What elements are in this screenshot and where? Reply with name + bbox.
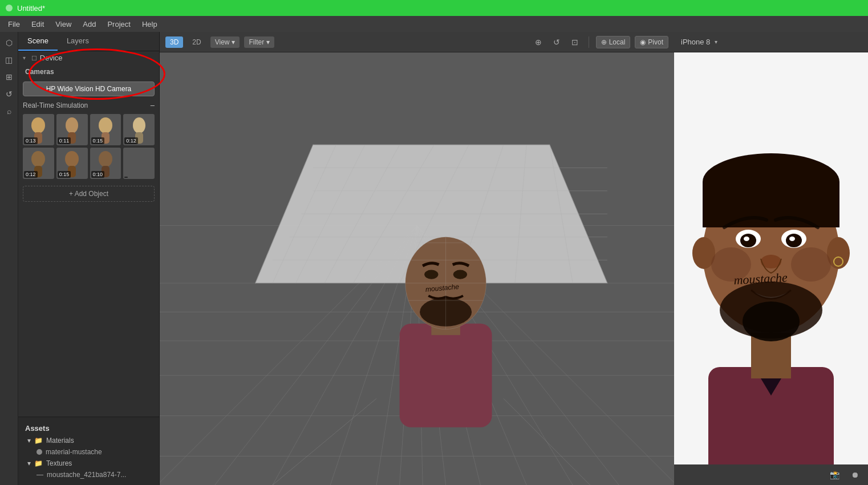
local-button[interactable]: ⊕ Local: [596, 36, 631, 48]
tab-scene[interactable]: Scene: [18, 32, 58, 51]
sidebar-icon-refresh[interactable]: ↺: [3, 88, 15, 100]
svg-point-78: [744, 237, 749, 241]
pivot-button[interactable]: ◉ Pivot: [635, 36, 668, 48]
thumb-item-1[interactable]: 0:11: [56, 114, 88, 145]
grid-canvas: moustache: [160, 52, 674, 485]
thumbnails-grid: 0:13 0:11: [18, 112, 159, 181]
screenshot-button[interactable]: 📸: [826, 468, 843, 481]
texture-file-label: moustache_421ba874-7...: [47, 471, 126, 479]
thumb-item-0[interactable]: 0:13: [23, 114, 54, 145]
tree-arrow-device: ▾: [23, 55, 29, 61]
thumb-item-7[interactable]: [123, 148, 155, 179]
svg-point-6: [133, 117, 145, 133]
texture-dash-icon: —: [36, 471, 43, 479]
simulation-collapse-icon: –: [151, 101, 155, 109]
thumb-item-4[interactable]: 0:12: [23, 148, 54, 179]
svg-point-85: [791, 247, 831, 282]
device-dropdown-arrow[interactable]: ▾: [715, 39, 717, 45]
sidebar-icon-camera[interactable]: ◫: [3, 54, 15, 66]
menu-add[interactable]: Add: [78, 19, 100, 30]
local-icon: ⊕: [601, 38, 607, 46]
materials-label: Materials: [46, 437, 74, 445]
svg-point-52: [424, 270, 438, 279]
svg-point-8: [31, 151, 45, 167]
menu-edit[interactable]: Edit: [27, 19, 48, 30]
scene-content: ▾ □ Device Cameras HP Wide Vision HD Cam…: [18, 51, 159, 417]
svg-point-10: [65, 151, 79, 167]
assets-material-item[interactable]: material-mustache: [18, 446, 159, 458]
thumb-img-7: [123, 148, 155, 179]
preview-panel: iPhone 8 ▾: [674, 32, 868, 485]
preview-portrait-svg: moustache: [674, 52, 868, 464]
svg-point-4: [99, 117, 112, 133]
preview-area: moustache: [674, 52, 868, 464]
scene-tabs: Scene Layers: [18, 32, 159, 51]
folder-textures-icon: 📁: [34, 459, 43, 467]
menu-file[interactable]: File: [3, 19, 25, 30]
assets-section: Assets ▾ 📁 Materials material-mustache ▾…: [18, 417, 159, 485]
thumb-time-6: 0:10: [91, 171, 105, 178]
device-label: iPhone 8: [681, 38, 710, 46]
svg-rect-49: [400, 324, 492, 427]
app-title: Untitled*: [17, 4, 45, 13]
sidebar-icon-layers[interactable]: ⊞: [3, 71, 15, 83]
pivot-label: Pivot: [648, 38, 663, 46]
title-dot: [6, 5, 13, 11]
simulation-label: Real-Time Simulation: [23, 101, 88, 109]
thumb-time-3: 0:12: [124, 137, 138, 144]
pivot-icon: ◉: [640, 38, 646, 46]
sidebar-icons: ⬡ ◫ ⊞ ↺ ⌕: [0, 32, 18, 485]
scene-panel: Scene Layers ▾ □ Device Cameras HP Wide …: [18, 32, 160, 485]
toolbar-right: ⊕ ↺ ⊡ ⊕ Local ◉ Pivot: [532, 36, 668, 48]
dropdown-view[interactable]: View ▾: [210, 36, 240, 48]
toolbar-scale-icon[interactable]: ⊡: [568, 36, 582, 48]
tree-item-device[interactable]: ▾ □ Device: [18, 51, 159, 64]
svg-point-12: [99, 151, 112, 167]
dropdown-filter-label: Filter: [249, 38, 264, 46]
main-layout: ⬡ ◫ ⊞ ↺ ⌕ Scene Layers ▾ □ Device Camera…: [0, 32, 868, 485]
tab-layers[interactable]: Layers: [58, 32, 98, 51]
arrow-materials: ▾: [27, 437, 31, 445]
textures-label: Textures: [46, 459, 72, 467]
toolbar-rotate-icon[interactable]: ↺: [550, 36, 563, 48]
svg-point-0: [31, 117, 45, 133]
svg-point-83: [743, 301, 800, 341]
folder-materials-icon: 📁: [34, 437, 43, 445]
viewport[interactable]: 3D 2D View ▾ Filter ▾ ⊕ ↺ ⊡ ⊕ Local: [160, 32, 674, 485]
grid-svg: moustache: [160, 52, 674, 485]
thumb-item-2[interactable]: 0:15: [90, 114, 121, 145]
material-mustache-label: material-mustache: [46, 448, 102, 456]
thumb-time-0: 0:13: [24, 137, 38, 144]
assets-textures[interactable]: ▾ 📁 Textures: [18, 458, 159, 469]
sphere-icon: [36, 449, 42, 455]
assets-materials[interactable]: ▾ 📁 Materials: [18, 435, 159, 446]
thumb-item-3[interactable]: 0:12: [123, 114, 155, 145]
thumb-time-1: 0:11: [58, 137, 71, 144]
btn-2d[interactable]: 2D: [188, 36, 205, 48]
menu-view[interactable]: View: [51, 19, 76, 30]
dropdown-view-arrow: ▾: [232, 38, 235, 46]
cameras-label: Cameras: [25, 68, 54, 76]
toolbar-separator: [589, 36, 589, 48]
assets-texture-item[interactable]: — moustache_421ba874-7...: [18, 469, 159, 480]
btn-3d[interactable]: 3D: [165, 36, 183, 48]
sidebar-icon-search[interactable]: ⌕: [3, 105, 15, 117]
add-object-button[interactable]: + Add Object: [23, 186, 155, 202]
sidebar-icon-scene[interactable]: ⬡: [3, 36, 15, 49]
thumb-item-6[interactable]: 0:10: [90, 148, 121, 179]
thumb-item-5[interactable]: 0:15: [56, 148, 88, 179]
simulation-header[interactable]: Real-Time Simulation –: [18, 99, 159, 112]
preview-footer: 📸 ⏺: [674, 464, 868, 485]
camera-button[interactable]: HP Wide Vision HD Camera: [23, 81, 155, 96]
thumb-time-5: 0:15: [58, 171, 71, 178]
menu-project[interactable]: Project: [103, 19, 135, 30]
menu-help[interactable]: Help: [137, 19, 162, 30]
cameras-section-header: Cameras: [18, 64, 159, 79]
record-button[interactable]: ⏺: [847, 468, 862, 481]
svg-point-53: [453, 270, 467, 279]
svg-point-84: [711, 247, 751, 282]
preview-face: moustache: [674, 52, 868, 464]
toolbar-move-icon[interactable]: ⊕: [532, 36, 545, 48]
dropdown-filter[interactable]: Filter ▾: [244, 36, 274, 48]
menu-bar: File Edit View Add Project Help: [0, 16, 868, 32]
